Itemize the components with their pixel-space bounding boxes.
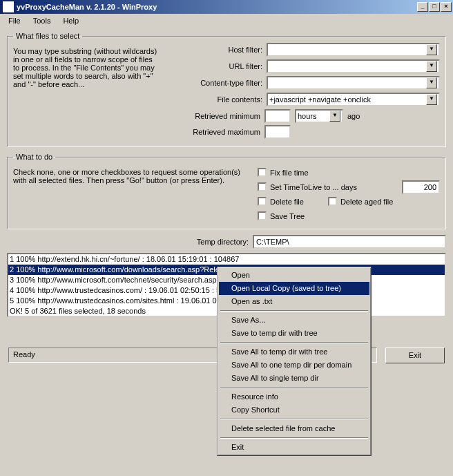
cm-open-local-copy[interactable]: Open Local Copy (saved to tree): [219, 282, 369, 295]
separator: [220, 437, 368, 439]
url-filter-combo[interactable]: ▼: [267, 59, 440, 73]
separator: [220, 342, 368, 343]
url-filter-label: URL filter:: [166, 62, 267, 70]
window-title: yvProxyCacheMan v. 2.1.20 - WinProxy: [17, 3, 417, 11]
retrieved-max-label: Retrieved maximum: [13, 128, 264, 136]
delete-file-checkbox[interactable]: [258, 197, 267, 206]
app-icon: [3, 1, 14, 12]
ago-label: ago: [347, 112, 360, 120]
context-menu: Open Open Local Copy (saved to tree) Ope…: [217, 267, 372, 456]
separator: [220, 310, 368, 312]
close-button[interactable]: ×: [441, 2, 452, 12]
cm-save-all-single[interactable]: Save All to single temp dir: [219, 372, 369, 385]
list-item[interactable]: 1 100% http://extend.hk.hi.cn/~fortune/ …: [8, 254, 445, 265]
save-tree-checkbox[interactable]: [258, 211, 267, 220]
fix-time-label: Fix file time: [270, 169, 309, 177]
cm-delete-selected[interactable]: Delete selected file from cache: [219, 422, 369, 435]
set-ttl-checkbox[interactable]: [258, 182, 267, 191]
separator: [220, 419, 368, 420]
chevron-down-icon[interactable]: ▼: [426, 94, 437, 105]
chevron-down-icon[interactable]: ▼: [426, 77, 437, 88]
fieldset-select: What files to select You may type substr…: [7, 32, 446, 147]
menu-help[interactable]: Help: [57, 15, 84, 26]
retrieved-min-label: Retrieved minimum: [13, 112, 264, 120]
cm-open-as-txt[interactable]: Open as .txt: [219, 295, 369, 308]
cm-save-to-tree[interactable]: Save to temp dir with tree: [219, 327, 369, 340]
select-help-text: You may type substring (without wildcard…: [13, 43, 166, 109]
temp-dir-label: Temp directory:: [7, 238, 253, 246]
set-ttl-label: Set TimeToLive to ... days: [270, 183, 357, 191]
cm-save-as[interactable]: Save As...: [219, 314, 369, 327]
file-contents-label: File contents:: [166, 95, 267, 104]
cm-save-all-tree[interactable]: Save All to temp dir with tree: [219, 345, 369, 359]
chevron-down-icon[interactable]: ▼: [426, 44, 437, 55]
retrieved-min-input[interactable]: [264, 109, 291, 123]
file-contents-combo[interactable]: +javascript +navigate +onclick▼: [267, 93, 440, 106]
cm-open[interactable]: Open: [219, 269, 369, 282]
separator: [220, 387, 368, 388]
time-unit-value: hours: [298, 112, 329, 120]
save-tree-label: Save Tree: [270, 212, 305, 220]
host-filter-combo[interactable]: ▼: [267, 43, 440, 57]
cm-exit[interactable]: Exit: [219, 441, 369, 454]
cm-resource-info[interactable]: Resource info: [219, 390, 369, 403]
cm-save-all-domain[interactable]: Save All to one temp dir per domain: [219, 359, 369, 372]
fieldset-todo: What to do Check none, one or more check…: [7, 153, 446, 229]
exit-button[interactable]: Exit: [385, 348, 445, 363]
file-contents-value: +javascript +navigate +onclick: [269, 95, 371, 104]
time-unit-combo[interactable]: hours ▼: [295, 109, 343, 123]
delete-file-label: Delete file: [270, 198, 304, 206]
temp-dir-input[interactable]: C:\TEMP\: [253, 235, 446, 249]
menu-bar: File Tools Help: [0, 14, 453, 28]
content-type-label: Content-type filter:: [166, 79, 267, 87]
content-type-combo[interactable]: ▼: [267, 76, 440, 90]
host-filter-label: Host filter:: [166, 46, 267, 54]
title-bar: yvProxyCacheMan v. 2.1.20 - WinProxy _ □…: [0, 0, 453, 14]
retrieved-max-input[interactable]: [264, 125, 291, 139]
chevron-down-icon[interactable]: ▼: [329, 111, 340, 122]
maximize-button[interactable]: □: [429, 2, 440, 12]
legend-todo: What to do: [13, 153, 55, 161]
menu-file[interactable]: File: [3, 15, 26, 26]
fix-time-checkbox[interactable]: [258, 168, 267, 177]
delete-aged-checkbox[interactable]: [328, 197, 337, 206]
menu-tools[interactable]: Tools: [28, 15, 57, 26]
ttl-input[interactable]: 200: [402, 180, 440, 194]
chevron-down-icon[interactable]: ▼: [426, 61, 437, 72]
todo-help-text: Check none, one or more checkboxes to re…: [13, 164, 258, 223]
delete-aged-label: Delete aged file: [340, 198, 393, 206]
legend-select: What files to select: [13, 32, 82, 40]
minimize-button[interactable]: _: [417, 2, 428, 12]
cm-copy-shortcut[interactable]: Copy Shortcut: [219, 403, 369, 417]
